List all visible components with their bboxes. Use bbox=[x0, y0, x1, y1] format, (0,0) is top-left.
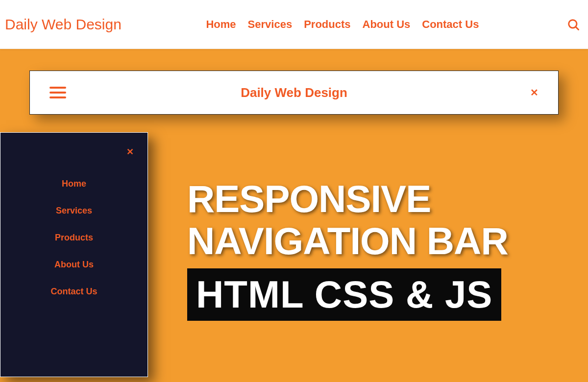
nav-about-us[interactable]: About Us bbox=[363, 18, 411, 31]
hero-subtitle-box: HTML CSS & JS bbox=[187, 268, 501, 321]
drawer-nav: Home Services Products About Us Contact … bbox=[14, 179, 134, 297]
hero-area: Daily Web Design ✕ ✕ Home Services Produ… bbox=[0, 49, 588, 382]
hamburger-icon bbox=[49, 87, 66, 89]
drawer-item-services[interactable]: Services bbox=[56, 206, 92, 216]
drawer-item-contact-us[interactable]: Contact Us bbox=[50, 286, 97, 297]
nav-home[interactable]: Home bbox=[206, 18, 236, 31]
top-navbar: Daily Web Design Home Services Products … bbox=[0, 0, 588, 49]
search-icon bbox=[566, 18, 580, 31]
close-icon: ✕ bbox=[530, 87, 539, 98]
search-button[interactable] bbox=[564, 15, 583, 34]
hero-line-1: RESPONSIVE bbox=[187, 178, 508, 220]
drawer-close-button[interactable]: ✕ bbox=[14, 146, 134, 157]
nav-contact-us[interactable]: Contact Us bbox=[422, 18, 479, 31]
svg-line-1 bbox=[576, 26, 579, 29]
close-icon: ✕ bbox=[126, 147, 134, 157]
mobile-navbar-close-button[interactable]: ✕ bbox=[530, 87, 539, 98]
drawer-item-about-us[interactable]: About Us bbox=[54, 260, 94, 270]
hamburger-button[interactable] bbox=[49, 87, 66, 98]
mobile-navbar-title: Daily Web Design bbox=[241, 85, 347, 100]
side-drawer: ✕ Home Services Products About Us Contac… bbox=[0, 132, 148, 377]
drawer-item-products[interactable]: Products bbox=[55, 233, 93, 243]
nav-products[interactable]: Products bbox=[304, 18, 350, 31]
hero-text-block: RESPONSIVE NAVIGATION BAR HTML CSS & JS bbox=[187, 178, 508, 321]
drawer-item-home[interactable]: Home bbox=[62, 179, 86, 189]
brand-title: Daily Web Design bbox=[5, 16, 122, 33]
nav-services[interactable]: Services bbox=[248, 18, 293, 31]
hero-line-2: NAVIGATION BAR bbox=[187, 220, 508, 263]
mobile-navbar-preview: Daily Web Design ✕ bbox=[29, 71, 559, 115]
primary-nav: Home Services Products About Us Contact … bbox=[206, 18, 479, 31]
